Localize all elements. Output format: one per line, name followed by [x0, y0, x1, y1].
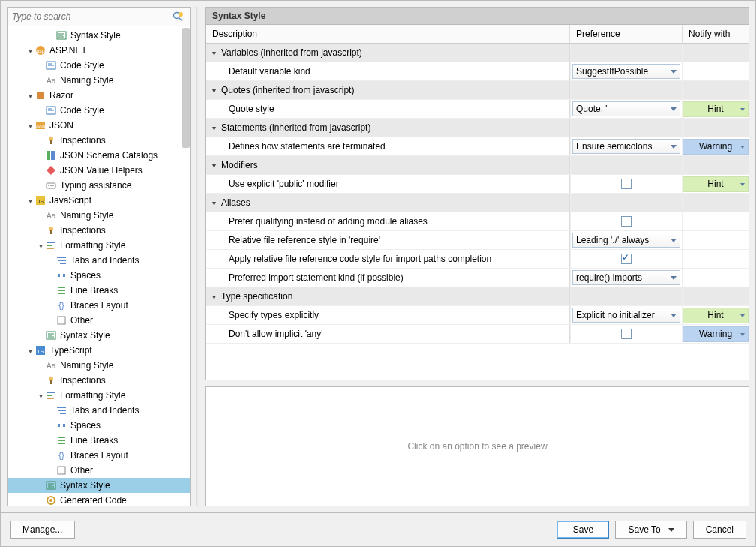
tree-item[interactable]: Spaces — [8, 418, 190, 433]
option-row[interactable]: Relative file reference style in 'requir… — [206, 231, 748, 250]
tree-item[interactable]: JSON Value Helpers — [8, 163, 190, 178]
tree-item[interactable]: Tabs and Indents — [8, 253, 190, 268]
option-row[interactable]: Prefer qualifying instead of adding modu… — [206, 212, 748, 231]
tree-item[interactable]: ▾Formatting Style — [8, 388, 190, 403]
notify-dropdown[interactable]: Hint — [682, 308, 748, 323]
search-input[interactable] — [8, 8, 172, 26]
preference-dropdown[interactable]: Quote: " — [572, 101, 680, 116]
option-row[interactable]: Quote styleQuote: "Hint — [206, 100, 748, 119]
expand-caret-icon[interactable]: ▾ — [36, 242, 45, 250]
tree-item[interactable]: Tabs and Indents — [8, 403, 190, 418]
tree-item[interactable]: Code Style — [8, 58, 190, 73]
preference-dropdown[interactable]: SuggestIfPossible — [572, 64, 680, 79]
expand-caret-icon[interactable]: ▾ — [36, 392, 45, 400]
svg-marker-23 — [46, 166, 56, 175]
preference-checkbox[interactable] — [621, 216, 632, 227]
tree-item[interactable]: Code Style — [8, 103, 190, 118]
svg-rect-54 — [50, 380, 52, 384]
cancel-button[interactable]: Cancel — [693, 521, 746, 539]
scrollbar-thumb[interactable] — [182, 28, 190, 148]
tree-item[interactable]: JSON Schema Catalogs — [8, 148, 190, 163]
tree-item[interactable]: Typing assistance — [8, 178, 190, 193]
option-row[interactable]: Specify types explicitlyExplicit no init… — [206, 306, 748, 325]
tree-item[interactable]: Inspections — [8, 133, 190, 148]
option-row[interactable]: Preferred import statement kind (if poss… — [206, 269, 748, 287]
tree-item[interactable]: ▾TSTypeScript — [8, 343, 190, 358]
other-icon — [56, 464, 68, 476]
column-description[interactable]: Description — [206, 25, 570, 43]
preference-checkbox[interactable] — [621, 179, 632, 189]
manage-button[interactable]: Manage... — [10, 521, 75, 539]
tree-item[interactable]: Syntax Style — [8, 28, 190, 43]
search-icon[interactable] — [172, 11, 185, 23]
svg-line-1 — [179, 18, 182, 21]
tree-item[interactable]: Generated Code — [8, 493, 190, 506]
expand-caret-icon[interactable]: ▾ — [26, 197, 34, 205]
section-row[interactable]: ▾Type specification — [206, 287, 748, 306]
tree-item[interactable]: Other — [8, 463, 190, 478]
tree-item[interactable]: Syntax Style — [8, 328, 190, 343]
tree-item[interactable]: {}Braces Layout — [8, 298, 190, 313]
expand-caret-icon[interactable]: ▾ — [26, 347, 34, 355]
notify-dropdown[interactable]: Hint — [682, 176, 748, 192]
svg-rect-13 — [37, 92, 44, 99]
svg-rect-20 — [50, 140, 52, 144]
option-row[interactable]: Don't allow implicit 'any'Warning — [206, 325, 748, 344]
tree-item[interactable]: ▾JSJavaScript — [8, 193, 190, 208]
option-row[interactable]: Default variable kindSuggestIfPossible — [206, 62, 748, 81]
tree-item[interactable]: ▾JSONJSON — [8, 118, 190, 133]
preference-checkbox[interactable] — [621, 254, 632, 264]
tree-item[interactable]: AaNaming Style — [8, 358, 190, 373]
splitter[interactable] — [196, 7, 200, 506]
section-row[interactable]: ▾Quotes (inherited from javascript) — [206, 81, 748, 100]
notify-dropdown[interactable]: Warning — [682, 139, 748, 155]
tree-item-label: JSON Schema Catalogs — [60, 150, 158, 161]
save-button[interactable]: Save — [556, 521, 609, 539]
preference-dropdown[interactable]: Leading './' always — [572, 233, 680, 248]
expand-caret-icon[interactable]: ▾ — [26, 92, 34, 100]
preference-checkbox[interactable] — [621, 329, 632, 339]
tree-item[interactable]: Spaces — [8, 268, 190, 283]
js-icon: JS — [34, 194, 46, 206]
tree-item[interactable]: AaNaming Style — [8, 73, 190, 88]
tree-item[interactable]: Line Breaks — [8, 283, 190, 298]
tree-item[interactable]: ▾Razor — [8, 88, 190, 103]
options-tree[interactable]: Syntax Style▾aspASP.NETCode StyleAaNamin… — [8, 26, 190, 506]
expand-caret-icon[interactable]: ▾ — [26, 47, 34, 55]
format-icon — [45, 389, 57, 401]
tree-item-label: Code Style — [60, 105, 104, 116]
preference-dropdown[interactable]: require() imports — [572, 270, 680, 285]
section-row[interactable]: ▾Modifiers — [206, 156, 748, 175]
tree-item[interactable]: Inspections — [8, 373, 190, 388]
tree-item[interactable]: AaNaming Style — [8, 208, 190, 223]
save-to-button[interactable]: Save To — [615, 521, 686, 539]
tree-item[interactable]: Inspections — [8, 223, 190, 238]
column-notify[interactable]: Notify with — [682, 25, 748, 43]
tree-item[interactable]: {}Braces Layout — [8, 448, 190, 463]
notify-dropdown[interactable]: Warning — [682, 326, 748, 342]
preference-dropdown[interactable]: Ensure semicolons — [572, 139, 680, 154]
tree-item[interactable]: ▾aspASP.NET — [8, 43, 190, 58]
section-row[interactable]: ▾Statements (inherited from javascript) — [206, 119, 748, 137]
option-label: Relative file reference style in 'requir… — [206, 231, 570, 249]
option-row[interactable]: Use explicit 'public' modifierHint — [206, 175, 748, 194]
preference-dropdown[interactable]: Explicit no initializer — [572, 308, 680, 323]
tree-item[interactable]: Line Breaks — [8, 433, 190, 448]
tree-item-label: Spaces — [70, 270, 100, 281]
section-label: Modifiers — [221, 160, 258, 170]
svg-rect-57 — [46, 398, 54, 399]
page-title: Syntax Style — [206, 7, 749, 24]
column-preference[interactable]: Preference — [570, 25, 682, 43]
section-row[interactable]: ▾Variables (inherited from javascript) — [206, 44, 748, 62]
tree-item[interactable]: Syntax Style — [8, 478, 190, 493]
svg-point-2 — [178, 12, 183, 17]
section-row[interactable]: ▾Aliases — [206, 194, 748, 212]
tree-item-label: Typing assistance — [60, 180, 131, 191]
expand-caret-icon[interactable]: ▾ — [26, 122, 34, 130]
notify-dropdown[interactable]: Hint — [682, 101, 748, 117]
option-row[interactable]: Defines how statements are terminatedEns… — [206, 137, 748, 156]
tree-item[interactable]: ▾Formatting Style — [8, 238, 190, 253]
option-label: Prefer qualifying instead of adding modu… — [206, 212, 570, 230]
tree-item[interactable]: Other — [8, 313, 190, 328]
option-row[interactable]: Apply relative file reference code style… — [206, 250, 748, 269]
